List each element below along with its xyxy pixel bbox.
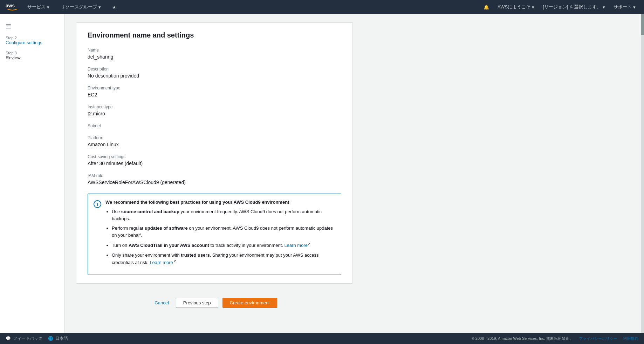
env-type-value: EC2 xyxy=(88,92,341,97)
scrollbar-track[interactable] xyxy=(641,14,644,333)
main-content: Environment name and settings Name def_s… xyxy=(65,14,644,344)
scrollbar-thumb[interactable] xyxy=(641,14,644,35)
name-value: def_sharing xyxy=(88,54,341,60)
subnet-field: Subnet xyxy=(88,123,341,128)
app-layout: ☰ Step 2 Configure settings Step 3 Revie… xyxy=(0,14,644,344)
env-type-field: Environment type EC2 xyxy=(88,86,341,97)
nav-right: 🔔 AWSにようこそ ▾ [リージョン] を選択します。 ▾ サポート ▾ xyxy=(481,0,638,14)
aws-logo[interactable]: aws xyxy=(6,3,19,11)
step2-name: Configure settings xyxy=(6,40,59,45)
info-icon: i xyxy=(94,200,101,269)
language-button[interactable]: 🌐 日本語 xyxy=(48,336,68,342)
support-nav[interactable]: サポート ▾ xyxy=(611,0,638,14)
name-label: Name xyxy=(88,48,341,53)
cost-saving-field: Cost-saving settings After 30 minutes (d… xyxy=(88,154,341,166)
info-content: We recommend the following best practice… xyxy=(105,200,335,269)
info-title: We recommend the following best practice… xyxy=(105,200,335,205)
page-title: Environment name and settings xyxy=(88,31,341,39)
bottom-left: 💬 フィードバック 🌐 日本語 xyxy=(6,336,68,342)
step2-label: Step 2 xyxy=(6,36,59,40)
iam-role-label: IAM role xyxy=(88,173,341,178)
favorites-nav[interactable]: ★ xyxy=(109,0,119,14)
instance-type-value: t2.micro xyxy=(88,111,341,116)
action-bar: Cancel Previous step Create environment xyxy=(76,292,353,313)
bottom-right: © 2008 - 2019, Amazon Web Services, Inc.… xyxy=(472,336,638,341)
info-list: Use source control and backup your envir… xyxy=(105,208,335,266)
list-item: Perform regular updates of software on y… xyxy=(112,225,335,238)
region-nav[interactable]: [リージョン] を選択します。 ▾ xyxy=(540,0,608,14)
instance-type-label: Instance type xyxy=(88,104,341,109)
services-nav[interactable]: サービス ▾ xyxy=(25,0,52,14)
step3-label: Step 3 xyxy=(6,51,59,55)
list-item: Use source control and backup your envir… xyxy=(112,208,335,222)
instance-type-field: Instance type t2.micro xyxy=(88,104,341,116)
list-item: Only share your environment with trusted… xyxy=(112,252,335,266)
list-item: Turn on AWS CloudTrail in your AWS accou… xyxy=(112,241,335,249)
privacy-link[interactable]: プライバシーポリシー xyxy=(579,336,617,341)
iam-role-field: IAM role AWSServiceRoleForAWSCloud9 (gen… xyxy=(88,173,341,185)
cancel-button[interactable]: Cancel xyxy=(152,298,171,308)
feedback-button[interactable]: 💬 フィードバック xyxy=(6,336,42,342)
menu-icon[interactable]: ☰ xyxy=(0,20,64,33)
info-box: i We recommend the following best practi… xyxy=(88,194,341,275)
sidebar: ☰ Step 2 Configure settings Step 3 Revie… xyxy=(0,14,65,344)
bottom-bar: 💬 フィードバック 🌐 日本語 © 2008 - 2019, Amazon We… xyxy=(0,333,644,344)
sidebar-item-configure[interactable]: Step 2 Configure settings xyxy=(0,33,64,48)
aws-welcome-nav[interactable]: AWSにようこそ ▾ xyxy=(495,0,537,14)
notifications-icon[interactable]: 🔔 xyxy=(481,0,492,14)
step3-name: Review xyxy=(6,55,59,60)
resource-groups-nav[interactable]: リソースグループ ▾ xyxy=(58,0,104,14)
cost-saving-label: Cost-saving settings xyxy=(88,154,341,159)
previous-step-button[interactable]: Previous step xyxy=(176,298,218,308)
subnet-label: Subnet xyxy=(88,123,341,128)
learn-more-link-2[interactable]: Learn more xyxy=(150,260,173,265)
cost-saving-value: After 30 minutes (default) xyxy=(88,161,341,166)
svg-text:i: i xyxy=(97,202,98,207)
platform-field: Platform Amazon Linux xyxy=(88,135,341,147)
create-environment-button[interactable]: Create environment xyxy=(222,298,277,308)
platform-label: Platform xyxy=(88,135,341,140)
content-card: Environment name and settings Name def_s… xyxy=(76,22,353,284)
description-field: Description No description provided xyxy=(88,67,341,79)
env-type-label: Environment type xyxy=(88,86,341,90)
iam-role-value: AWSServiceRoleForAWSCloud9 (generated) xyxy=(88,180,341,185)
description-label: Description xyxy=(88,67,341,72)
name-field: Name def_sharing xyxy=(88,48,341,60)
platform-value: Amazon Linux xyxy=(88,142,341,147)
terms-link[interactable]: 利用規約 xyxy=(623,336,638,341)
learn-more-link-1[interactable]: Learn more xyxy=(284,243,307,248)
svg-text:aws: aws xyxy=(6,3,15,8)
sidebar-item-review[interactable]: Step 3 Review xyxy=(0,48,64,63)
top-navigation: aws サービス ▾ リソースグループ ▾ ★ 🔔 AWSにようこそ ▾ [リー… xyxy=(0,0,644,14)
description-value: No description provided xyxy=(88,73,341,79)
